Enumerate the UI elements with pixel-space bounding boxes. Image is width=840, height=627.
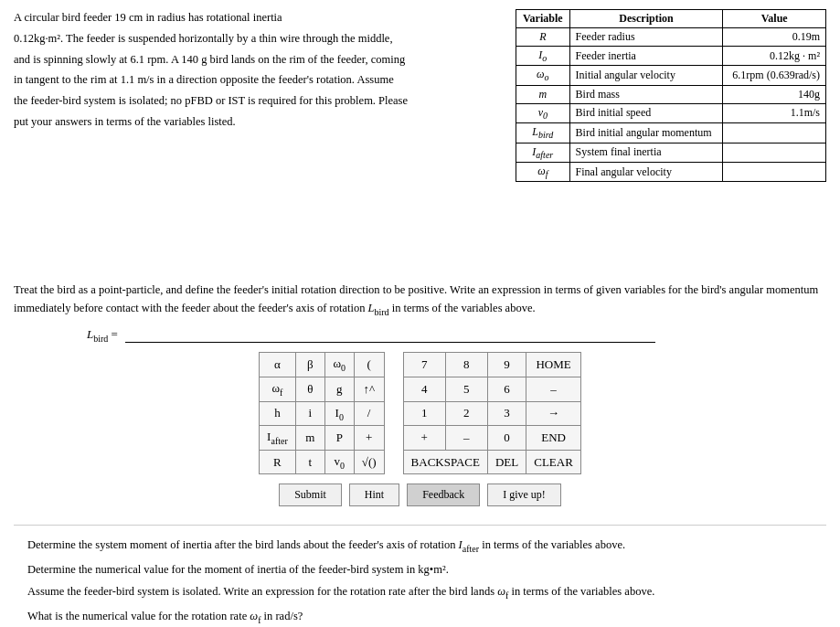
problem-line4: in tangent to the rim at 1.1 m/s in a di… <box>14 71 497 89</box>
problem-line2: 0.12kg·m². The feeder is suspended horiz… <box>14 30 497 48</box>
key-Iafter[interactable]: Iafter <box>260 426 296 451</box>
num-row: 1 2 3 → <box>403 401 580 426</box>
key-theta[interactable]: θ <box>295 377 324 402</box>
desc-Iafter: System final inertia <box>569 143 723 162</box>
bottom-q1: Determine the system moment of inertia a… <box>27 535 813 558</box>
key-v0[interactable]: v0 <box>324 450 354 474</box>
problem-line5: the feeder-bird system is isolated; no p… <box>14 92 497 110</box>
key-P[interactable]: P <box>324 426 354 451</box>
key-g[interactable]: g <box>324 377 354 402</box>
var-I0: Io <box>516 47 570 66</box>
key-superscript[interactable]: ↑^ <box>354 377 384 402</box>
problem-line1: A circular bird feeder 19 cm in radius h… <box>14 9 497 27</box>
key-minus-num[interactable]: – <box>445 426 487 451</box>
val-omega0: 6.1rpm (0.639rad/s) <box>723 66 826 85</box>
var-Lbird: Lbird <box>516 123 570 143</box>
key-beta[interactable]: β <box>295 353 324 377</box>
problem-line6: put your answers in terms of the variabl… <box>14 113 497 131</box>
bottom-q4: What is the numerical value for the rota… <box>27 606 813 627</box>
var-m: m <box>516 85 570 103</box>
table-row: ωf Final angular velocity <box>516 162 826 181</box>
key-plus[interactable]: + <box>354 426 384 451</box>
key-divide[interactable]: / <box>354 401 384 426</box>
key-sqrt[interactable]: √() <box>354 450 384 474</box>
key-backspace[interactable]: BACKSPACE <box>403 450 487 474</box>
key-omega0[interactable]: ω0 <box>324 353 354 377</box>
lbird-answer-input[interactable] <box>125 327 655 343</box>
problem-text: A circular bird feeder 19 cm in radius h… <box>14 9 497 182</box>
key-clear[interactable]: CLEAR <box>526 450 581 474</box>
num-row: 7 8 9 HOME <box>403 353 580 377</box>
give-up-button[interactable]: I give up! <box>487 484 561 506</box>
question-text: Treat the bird as a point-particle, and … <box>14 281 826 320</box>
table-row: Lbird Bird initial angular momentum <box>516 123 826 143</box>
key-8[interactable]: 8 <box>445 353 487 377</box>
col-variable: Variable <box>516 10 570 28</box>
key-7[interactable]: 7 <box>403 353 445 377</box>
lbird-label: Lbird = <box>87 327 118 344</box>
key-alpha[interactable]: α <box>260 353 296 377</box>
top-section: A circular bird feeder 19 cm in radius h… <box>14 9 826 182</box>
key-m[interactable]: m <box>295 426 324 451</box>
desc-omega0: Initial angular velocity <box>569 66 723 85</box>
key-5[interactable]: 5 <box>445 377 487 402</box>
var-omegaf: ωf <box>516 162 570 181</box>
val-Iafter <box>723 143 826 162</box>
key-row: ωf θ g ↑^ <box>260 377 384 402</box>
key-row: α β ω0 ( <box>260 353 384 377</box>
key-0[interactable]: 0 <box>487 426 526 451</box>
key-lparen[interactable]: ( <box>354 353 384 377</box>
val-R: 0.19m <box>723 28 826 47</box>
key-row: R t v0 √() <box>260 450 384 474</box>
key-I0[interactable]: I0 <box>324 401 354 426</box>
desc-v0: Bird initial speed <box>569 103 723 122</box>
var-omega0: ωo <box>516 66 570 85</box>
val-Lbird <box>723 123 826 143</box>
val-v0: 1.1m/s <box>723 103 826 122</box>
desc-R: Feeder radius <box>569 28 723 47</box>
var-R: R <box>516 28 570 47</box>
desc-omegaf: Final angular velocity <box>569 162 723 181</box>
var-v0: v0 <box>516 103 570 122</box>
key-t[interactable]: t <box>295 450 324 474</box>
var-Iafter: Iafter <box>516 143 570 162</box>
sym-keyboard: α β ω0 ( ωf θ g ↑^ h i I0 / <box>259 352 384 474</box>
val-m: 140g <box>723 85 826 103</box>
num-keyboard: 7 8 9 HOME 4 5 6 – 1 2 3 → <box>403 352 581 474</box>
key-2[interactable]: 2 <box>445 401 487 426</box>
val-I0: 0.12kg · m² <box>723 47 826 66</box>
submit-button[interactable]: Submit <box>279 484 342 506</box>
table-row: v0 Bird initial speed 1.1m/s <box>516 103 826 122</box>
key-9[interactable]: 9 <box>487 353 526 377</box>
key-arrow-right[interactable]: → <box>526 401 581 426</box>
desc-I0: Feeder inertia <box>569 47 723 66</box>
key-3[interactable]: 3 <box>487 401 526 426</box>
table-row: Iafter System final inertia <box>516 143 826 162</box>
key-4[interactable]: 4 <box>403 377 445 402</box>
lbird-input-row: Lbird = <box>87 327 826 344</box>
bottom-q2: Determine the numerical value for the mo… <box>27 559 813 580</box>
key-omegaf[interactable]: ωf <box>260 377 296 402</box>
key-home[interactable]: HOME <box>526 353 581 377</box>
feedback-button[interactable]: Feedback <box>407 484 480 506</box>
key-end[interactable]: END <box>526 426 581 451</box>
key-R[interactable]: R <box>260 450 296 474</box>
key-row: h i I0 / <box>260 401 384 426</box>
hint-button[interactable]: Hint <box>349 484 399 506</box>
key-plus-num[interactable]: + <box>403 426 445 451</box>
key-minus-nav[interactable]: – <box>526 377 581 402</box>
key-del[interactable]: DEL <box>487 450 526 474</box>
page: A circular bird feeder 19 cm in radius h… <box>0 0 840 627</box>
bottom-q3: Assume the feeder-bird system is isolate… <box>27 581 813 604</box>
key-i[interactable]: i <box>295 401 324 426</box>
desc-m: Bird mass <box>569 85 723 103</box>
bottom-questions: Determine the system moment of inertia a… <box>14 525 826 627</box>
key-h[interactable]: h <box>260 401 296 426</box>
num-row: BACKSPACE DEL CLEAR <box>403 450 580 474</box>
key-6[interactable]: 6 <box>487 377 526 402</box>
col-value: Value <box>723 10 826 28</box>
key-1[interactable]: 1 <box>403 401 445 426</box>
table-row: R Feeder radius 0.19m <box>516 28 826 47</box>
action-buttons: Submit Hint Feedback I give up! <box>14 484 826 506</box>
desc-Lbird: Bird initial angular momentum <box>569 123 723 143</box>
